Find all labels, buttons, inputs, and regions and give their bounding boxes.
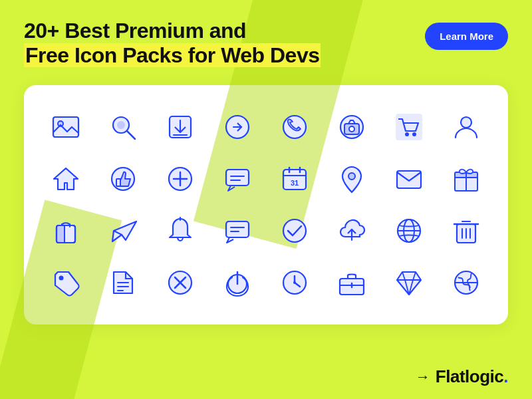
message-icon-cell (209, 205, 266, 257)
title-line1: 20+ Best Premium and (24, 19, 425, 43)
trash-icon (450, 215, 482, 247)
mail-icon-cell (380, 153, 438, 205)
send-icon (107, 215, 139, 247)
search-icon (107, 111, 139, 143)
svg-point-13 (405, 132, 409, 136)
svg-point-11 (349, 126, 354, 132)
svg-text:31: 31 (291, 179, 299, 187)
svg-marker-16 (54, 168, 78, 190)
svg-point-57 (59, 275, 64, 280)
title-line2-wrapper: Free Icon Packs for Web Devs (24, 43, 425, 68)
phone-icon-cell (266, 101, 323, 153)
svg-point-3 (117, 121, 125, 129)
cart-icon (393, 111, 425, 143)
globe-icon (393, 215, 425, 247)
svg-rect-22 (226, 170, 249, 186)
upload-cloud-icon (336, 215, 368, 247)
camera-icon (336, 111, 368, 143)
learn-more-button[interactable]: Learn More (425, 23, 508, 50)
image-icon-cell (37, 101, 94, 153)
svg-marker-73 (397, 272, 421, 295)
svg-point-48 (283, 219, 306, 242)
check-circle-icon (279, 215, 311, 247)
icons-card: 31 (24, 85, 508, 325)
title-block: 20+ Best Premium and Free Icon Packs for… (24, 19, 425, 68)
cart-icon-cell (380, 101, 438, 153)
image-icon (50, 111, 82, 143)
phone-icon (279, 111, 311, 143)
power-icon-cell (209, 257, 266, 309)
home-icon (50, 163, 82, 195)
search-icon-cell (94, 101, 152, 153)
bell-icon (164, 215, 196, 247)
gem-icon (393, 267, 425, 299)
earth-icon-cell (438, 257, 495, 309)
download-icon (164, 111, 196, 143)
chat-icon-cell (209, 153, 266, 205)
arrow-right-circle-icon-cell (209, 101, 266, 153)
power-icon (221, 267, 253, 299)
briefcase-icon (336, 267, 368, 299)
svg-point-15 (461, 117, 471, 128)
upload-cloud-icon-cell (323, 205, 380, 257)
x-circle-icon (164, 267, 196, 299)
tag-icon (50, 267, 82, 299)
gift-icon (450, 163, 482, 195)
svg-rect-31 (397, 171, 421, 188)
camera-icon-cell (323, 101, 380, 153)
svg-point-8 (283, 116, 306, 138)
globe-icon-cell (380, 205, 438, 257)
gem-icon-cell (380, 257, 438, 309)
svg-line-4 (127, 131, 135, 139)
arrow-right-circle-icon (221, 111, 253, 143)
trash-icon-cell (438, 205, 495, 257)
svg-rect-45 (226, 221, 249, 237)
svg-point-14 (412, 132, 416, 136)
svg-rect-18 (116, 179, 120, 186)
svg-point-30 (348, 173, 355, 180)
send-icon-cell (94, 205, 152, 257)
file-icon-cell (94, 257, 152, 309)
clock-icon (279, 267, 311, 299)
bag-icon (50, 215, 82, 247)
check-circle-icon-cell (266, 205, 323, 257)
briefcase-icon-cell (323, 257, 380, 309)
bell-icon-cell (152, 205, 209, 257)
thumbs-up-icon (107, 163, 139, 195)
download-icon-cell (152, 101, 209, 153)
footer-arrow-icon: → (416, 368, 430, 386)
gift-icon-cell (438, 153, 495, 205)
message-icon (221, 215, 253, 247)
calendar-icon: 31 (279, 163, 311, 195)
location-icon (336, 163, 368, 195)
title-line2: Free Icon Packs for Web Devs (24, 43, 321, 67)
location-icon-cell (323, 153, 380, 205)
home-icon-cell (37, 153, 94, 205)
chat-icon (221, 163, 253, 195)
earth-icon (450, 267, 482, 299)
svg-rect-39 (57, 225, 65, 243)
footer: → Flatlogic. (416, 366, 508, 387)
tag-icon-cell (37, 257, 94, 309)
clock-icon-cell (266, 257, 323, 309)
file-icon (107, 267, 139, 299)
thumbs-up-icon-cell (94, 153, 152, 205)
user-icon (450, 111, 482, 143)
header: 20+ Best Premium and Free Icon Packs for… (0, 0, 532, 78)
mail-icon (393, 163, 425, 195)
svg-rect-0 (53, 117, 78, 137)
user-icon-cell (438, 101, 495, 153)
brand-name: Flatlogic. (436, 366, 508, 387)
calendar-icon-cell: 31 (266, 153, 323, 205)
svg-point-69 (293, 281, 296, 284)
plus-circle-icon-cell (152, 153, 209, 205)
bag-icon-cell (37, 205, 94, 257)
plus-circle-icon (164, 163, 196, 195)
svg-rect-12 (396, 114, 422, 140)
x-circle-icon-cell (152, 257, 209, 309)
